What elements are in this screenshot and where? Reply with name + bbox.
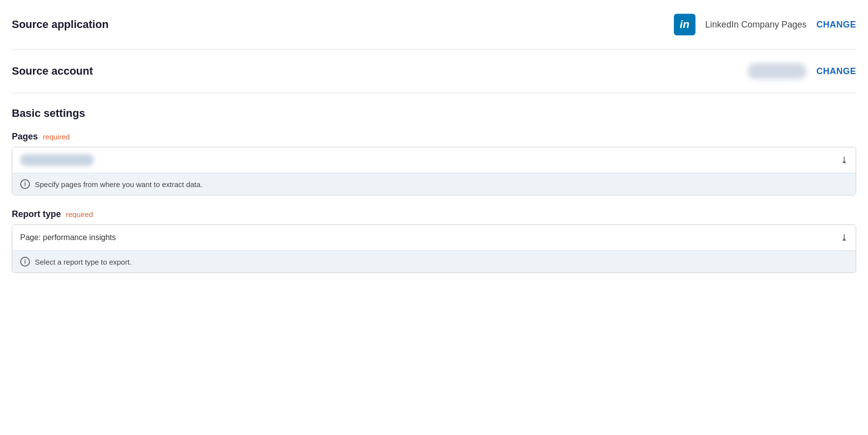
source-application-change-button[interactable]: CHANGE [816, 20, 856, 30]
pages-required-badge: required [43, 133, 70, 141]
source-application-row: Source application in LinkedIn Company P… [12, 0, 856, 50]
pages-blurred-value [20, 154, 94, 166]
report-type-dropdown-wrapper: Page: performance insights ⤓ i Select a … [12, 224, 856, 273]
source-account-row: Source account CHANGE [12, 50, 856, 93]
pages-label-row: Pages required [12, 132, 856, 142]
basic-settings-title: Basic settings [12, 107, 856, 120]
report-type-field-group: Report type required Page: performance i… [12, 209, 856, 273]
basic-settings-section: Basic settings Pages required ⤓ i Specif… [12, 93, 856, 273]
pages-info-icon: i [20, 179, 30, 189]
pages-hint-text: Specify pages from where you want to ext… [35, 180, 203, 189]
report-type-required-badge: required [66, 210, 93, 218]
report-type-hint-row: i Select a report type to export. [12, 250, 856, 272]
source-application-label: Source application [12, 18, 109, 31]
pages-dropdown-wrapper: ⤓ i Specify pages from where you want to… [12, 147, 856, 195]
source-account-right: CHANGE [748, 63, 856, 79]
linkedin-icon: in [674, 14, 695, 35]
pages-dropdown[interactable]: ⤓ [12, 147, 856, 173]
report-type-hint-text: Select a report type to export. [35, 258, 132, 266]
report-type-selected-value: Page: performance insights [20, 233, 116, 242]
report-type-chevron-icon: ⤓ [840, 232, 848, 243]
pages-dropdown-value [20, 154, 94, 166]
report-type-info-icon: i [20, 257, 30, 267]
pages-field-group: Pages required ⤓ i Specify pages from wh… [12, 132, 856, 195]
pages-chevron-icon: ⤓ [840, 155, 848, 165]
app-name-label: LinkedIn Company Pages [705, 20, 807, 30]
report-type-dropdown[interactable]: Page: performance insights ⤓ [12, 225, 856, 250]
pages-field-label: Pages [12, 132, 38, 142]
source-account-blurred-value [748, 63, 807, 79]
source-account-change-button[interactable]: CHANGE [816, 66, 856, 77]
pages-hint-row: i Specify pages from where you want to e… [12, 173, 856, 195]
page-container: Source application in LinkedIn Company P… [0, 0, 868, 273]
report-type-field-label: Report type [12, 209, 61, 219]
source-account-label: Source account [12, 65, 93, 78]
source-application-right: in LinkedIn Company Pages CHANGE [674, 14, 856, 35]
report-type-label-row: Report type required [12, 209, 856, 219]
